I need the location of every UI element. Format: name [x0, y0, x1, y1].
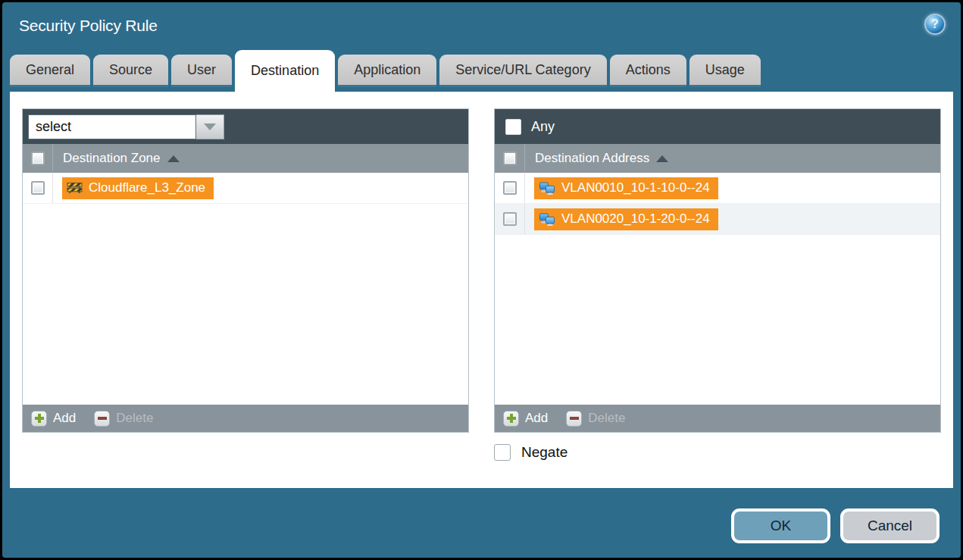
address-column-label: Destination Address: [535, 151, 649, 166]
address-select-all-cell: [495, 144, 525, 173]
address-row-checkbox[interactable]: [503, 181, 517, 195]
tab-bar: General Source User Destination Applicat…: [2, 49, 961, 92]
address-select-all-checkbox[interactable]: [503, 152, 517, 165]
tab-actions[interactable]: Actions: [610, 55, 686, 87]
zone-column-label: Destination Zone: [63, 151, 161, 166]
address-delete-button[interactable]: Delete: [566, 411, 625, 427]
address-panel-footer: Add Delete: [495, 405, 940, 432]
zone-icon: [67, 182, 83, 194]
zone-delete-label: Delete: [116, 411, 153, 426]
negate-row: Negate: [22, 444, 941, 461]
zone-delete-button[interactable]: Delete: [94, 411, 153, 427]
ok-button[interactable]: OK: [731, 508, 830, 543]
zone-name: Cloudflare_L3_Zone: [89, 180, 205, 196]
minus-icon: [566, 411, 582, 427]
tab-source[interactable]: Source: [93, 55, 168, 87]
sort-ascending-icon: [656, 155, 668, 162]
tab-usage[interactable]: Usage: [689, 55, 761, 87]
zone-column-header[interactable]: Destination Zone: [23, 144, 468, 173]
title-bar: Security Policy Rule ?: [2, 2, 961, 49]
destination-address-panel: Any Destination Address: [494, 108, 941, 433]
address-add-label: Add: [525, 411, 548, 426]
chevron-down-icon: [204, 124, 216, 130]
address-row-checkbox[interactable]: [503, 212, 517, 226]
address-row[interactable]: VLAN0010_10-1-10-0--24: [495, 173, 940, 204]
zone-panel-footer: Add Delete: [23, 405, 468, 432]
zone-row[interactable]: Cloudflare_L3_Zone: [23, 173, 468, 204]
zone-select-input[interactable]: select: [28, 114, 196, 139]
tab-application[interactable]: Application: [338, 55, 436, 87]
security-policy-rule-dialog: Security Policy Rule ? General Source Us…: [2, 2, 961, 558]
dialog-footer: OK Cancel: [2, 488, 961, 543]
zone-add-button[interactable]: Add: [31, 411, 76, 427]
minus-icon: [94, 411, 110, 427]
tab-destination[interactable]: Destination: [235, 50, 335, 92]
address-chip[interactable]: VLAN0010_10-1-10-0--24: [534, 177, 718, 199]
zone-select-dropdown-button[interactable]: [196, 114, 224, 139]
tab-general[interactable]: General: [10, 55, 90, 87]
address-name: VLAN0020_10-1-20-0--24: [561, 211, 710, 227]
any-checkbox[interactable]: [505, 119, 521, 135]
address-icon: [539, 182, 555, 195]
address-delete-label: Delete: [588, 411, 625, 426]
address-panel-header: Any: [495, 109, 940, 144]
zone-list: Cloudflare_L3_Zone: [23, 173, 468, 405]
cancel-button[interactable]: Cancel: [840, 508, 940, 543]
address-row-check-cell: [495, 173, 525, 203]
any-label: Any: [531, 119, 555, 135]
plus-icon: [503, 411, 519, 427]
zone-select-all-checkbox[interactable]: [31, 152, 45, 165]
zone-chip[interactable]: Cloudflare_L3_Zone: [62, 177, 214, 199]
destination-zone-panel: select Destination Zone: [22, 108, 469, 433]
negate-checkbox[interactable]: [494, 444, 511, 461]
tab-service-url-category[interactable]: Service/URL Category: [439, 55, 606, 87]
address-row-check-cell: [495, 204, 525, 234]
sort-ascending-icon: [167, 155, 180, 162]
zone-row-checkbox[interactable]: [31, 181, 45, 195]
zone-panel-header: select: [23, 109, 468, 144]
address-row[interactable]: VLAN0020_10-1-20-0--24: [495, 204, 940, 235]
address-add-button[interactable]: Add: [503, 411, 548, 427]
zone-add-label: Add: [53, 411, 76, 426]
address-name: VLAN0010_10-1-10-0--24: [561, 180, 710, 196]
plus-icon: [31, 411, 47, 427]
zone-row-check-cell: [23, 173, 53, 203]
dialog-title: Security Policy Rule: [19, 17, 158, 35]
address-column-header[interactable]: Destination Address: [495, 144, 940, 173]
zone-select-combo: select: [28, 114, 224, 139]
destination-tab-content: select Destination Zone: [10, 92, 953, 488]
address-list: VLAN0010_10-1-10-0--24: [495, 173, 940, 405]
negate-label: Negate: [521, 444, 567, 461]
address-icon: [539, 213, 555, 226]
address-chip[interactable]: VLAN0020_10-1-20-0--24: [534, 208, 718, 230]
tab-user[interactable]: User: [171, 55, 232, 87]
help-icon[interactable]: ?: [924, 14, 946, 35]
zone-select-all-cell: [23, 144, 53, 173]
